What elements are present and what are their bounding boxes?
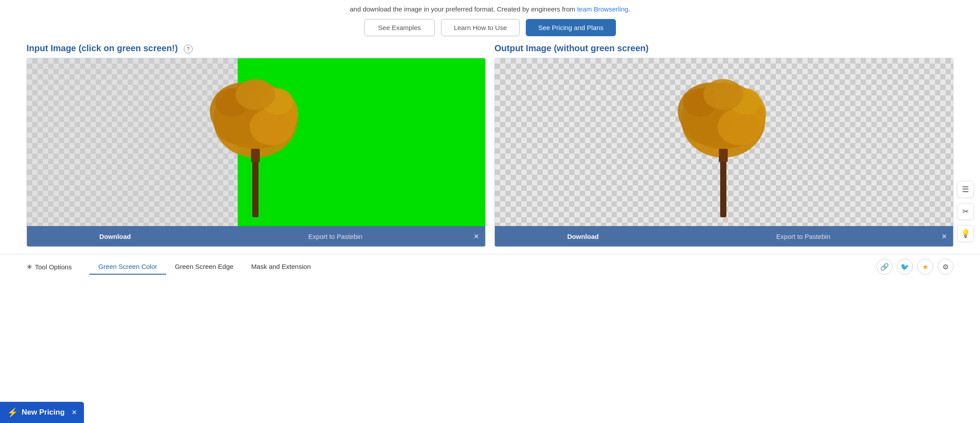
twitter-icon-button[interactable]: 🐦	[897, 259, 913, 275]
top-bar: and download the image in your preferred…	[0, 0, 980, 43]
input-tree-image[interactable]	[27, 58, 485, 226]
tool-options-label: ✳ Tool Options	[27, 263, 72, 271]
input-export-button[interactable]: Export to Pastebin	[203, 227, 467, 245]
input-close-button[interactable]: ×	[467, 226, 485, 246]
tab-mask-extension[interactable]: Mask and Extension	[242, 259, 319, 275]
lightbulb-icon: 💡	[961, 229, 970, 238]
input-image-container: Download Export to Pastebin ×	[27, 58, 486, 247]
output-image-toolbar: Download Export to Pastebin ×	[495, 226, 953, 246]
output-export-button[interactable]: Export to Pastebin	[671, 227, 935, 245]
see-examples-button[interactable]: See Examples	[364, 19, 435, 36]
main-area: Input Image (click on green screen!) ?	[0, 43, 980, 254]
side-icons: ☰ ✂ 💡	[957, 181, 974, 242]
output-close-button[interactable]: ×	[935, 226, 953, 246]
description-text: and download the image in your preferred…	[9, 5, 971, 13]
input-panel: Input Image (click on green screen!) ?	[27, 43, 486, 247]
list-icon-button[interactable]: ☰	[957, 181, 974, 198]
tab-green-screen-edge[interactable]: Green Screen Edge	[166, 259, 243, 275]
svg-rect-10	[251, 149, 260, 162]
svg-rect-20	[720, 155, 726, 217]
input-image-toolbar: Download Export to Pastebin ×	[27, 226, 485, 246]
list-icon: ☰	[962, 185, 969, 194]
tree-svg	[199, 63, 314, 222]
team-link[interactable]: team Browserling	[577, 5, 628, 13]
star-icon-button[interactable]: ★	[917, 259, 933, 275]
output-download-button[interactable]: Download	[495, 227, 671, 245]
output-image-area[interactable]	[495, 58, 953, 226]
svg-point-8	[236, 79, 275, 110]
output-panel: Output Image (without green screen)	[494, 43, 953, 247]
see-pricing-button[interactable]: See Pricing and Plans	[526, 19, 616, 36]
help-icon[interactable]: ?	[184, 45, 193, 53]
settings-icon-button[interactable]: ⚙	[938, 259, 953, 275]
learn-how-button[interactable]: Learn How to Use	[441, 19, 520, 36]
sparkle-icon: ✳	[27, 263, 32, 271]
svg-rect-21	[719, 149, 728, 162]
svg-rect-9	[252, 155, 258, 217]
link-icon-button[interactable]: 🔗	[877, 259, 893, 275]
output-tree-svg	[667, 63, 782, 222]
magic-tool-icon-button[interactable]: ✂	[957, 203, 974, 220]
output-image-container: Download Export to Pastebin ×	[494, 58, 953, 247]
button-row: See Examples Learn How to Use See Pricin…	[9, 19, 971, 36]
input-panel-title: Input Image (click on green screen!) ?	[27, 43, 486, 53]
input-download-button[interactable]: Download	[27, 227, 203, 245]
tool-options-bar: ✳ Tool Options Green Screen Color Green …	[0, 254, 980, 279]
output-panel-title: Output Image (without green screen)	[494, 43, 953, 53]
tab-green-screen-color[interactable]: Green Screen Color	[89, 259, 166, 275]
magic-wand-icon: ✂	[962, 207, 969, 216]
lightbulb-icon-button[interactable]: 💡	[957, 225, 974, 242]
svg-point-19	[703, 79, 743, 110]
input-image-area[interactable]	[27, 58, 485, 226]
